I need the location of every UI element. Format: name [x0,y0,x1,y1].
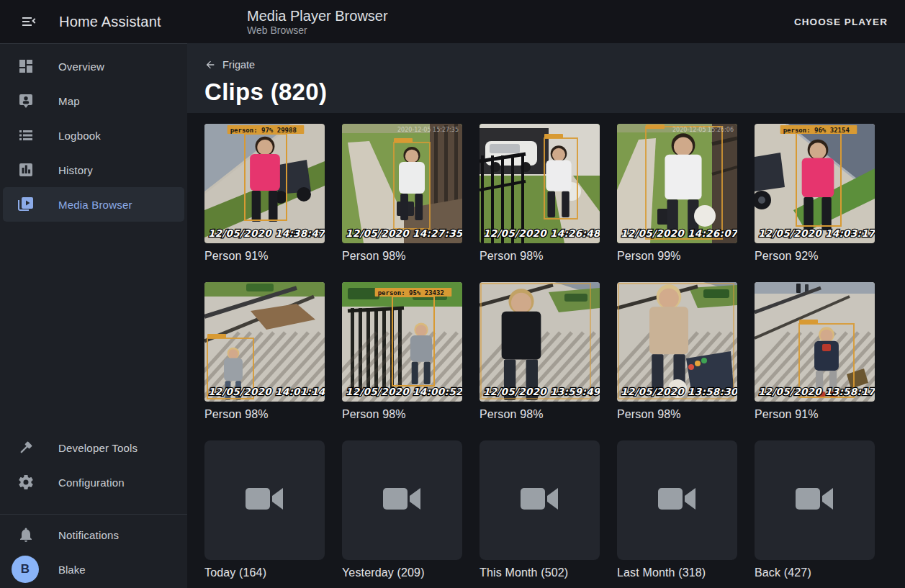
sidebar-item-label: Media Browser [58,199,132,211]
clip-item[interactable]: 2020-12-05 15:27:3512/05/2020 14:27:35Pe… [342,124,462,263]
clip-caption: Person 98% [342,250,462,263]
user-name: Blake [58,564,86,576]
clip-item[interactable]: person: 97% 2998812/05/2020 14:38:47Pers… [204,124,325,263]
sidebar: OverviewMapLogbookHistoryMedia Browser D… [0,43,187,588]
sidebar-item-logbook[interactable]: Logbook [3,118,184,153]
list-icon [17,127,35,144]
svg-text:2020-12-05 15:26:06: 2020-12-05 15:26:06 [672,127,734,133]
svg-text:2020-12-05 15:27:35: 2020-12-05 15:27:35 [397,127,459,133]
sidebar-item-developer-tools[interactable]: Developer Tools [3,430,184,465]
topbar-main-section: Media Player Browser Web Browser CHOOSE … [187,0,905,43]
clip-caption: Person 91% [755,408,875,421]
media-browser-header: Frigate Clips (820) [187,43,905,113]
sidebar-item-map[interactable]: Map [3,83,184,118]
svg-text:12/05/2020 14:27:35: 12/05/2020 14:27:35 [346,227,462,239]
folder-thumbnail [479,440,600,560]
choose-player-button[interactable]: CHOOSE PLAYER [785,9,896,35]
sidebar-item-profile[interactable]: B Blake [3,552,184,587]
gear-icon [17,474,35,491]
page-title-block: Media Player Browser Web Browser [247,7,388,37]
clip-thumbnail: person: 97% 2998812/05/2020 14:38:47 [204,124,325,243]
clip-thumbnail: person: 96% 3215412/05/2020 14:03:17 [755,124,875,243]
svg-text:12/05/2020 14:26:07: 12/05/2020 14:26:07 [621,227,737,239]
clip-thumbnail: 12/05/2020 13:59:49 [479,282,600,402]
sidebar-item-media-browser[interactable]: Media Browser [3,187,184,222]
clip-thumbnail: 12/05/2020 13:58:17 [755,282,875,402]
video-camera-icon [383,484,422,516]
sidebar-item-label: Logbook [58,130,101,142]
bar-chart-icon [17,161,35,178]
clip-caption: Person 98% [342,408,462,421]
folder-item[interactable]: Yesterday (209) [342,440,462,579]
clip-caption: Person 99% [617,250,737,263]
clip-thumbnail: 12/05/2020 14:01:14 [204,282,325,402]
clip-thumbnail: 2020-12-05 15:26:0612/05/2020 14:26:07 [617,124,737,243]
menu-open-icon[interactable] [16,9,42,35]
video-camera-icon [796,484,834,516]
page-title: Media Player Browser [247,7,388,24]
clip-item[interactable]: 12/05/2020 13:59:49Person 98% [479,282,600,421]
folder-caption: Last Month (318) [617,566,737,579]
svg-text:person: 97% 29988: person: 97% 29988 [230,127,297,134]
folder-item[interactable]: This Month (502) [479,440,600,579]
folder-thumbnail [342,440,462,560]
svg-text:12/05/2020 14:26:48: 12/05/2020 14:26:48 [483,227,600,239]
sidebar-item-configuration[interactable]: Configuration [3,465,184,499]
sidebar-item-label: Overview [58,60,104,73]
sidebar-bottom: Developer ToolsConfiguration Notificatio… [0,430,187,588]
sidebar-item-history[interactable]: History [3,153,184,187]
clip-item[interactable]: 12/05/2020 13:58:30Person 98% [617,282,737,421]
clip-item[interactable]: 2020-12-05 15:26:0612/05/2020 14:26:07Pe… [617,124,737,263]
svg-text:12/05/2020 14:03:17: 12/05/2020 14:03:17 [758,227,875,239]
clip-caption: Person 98% [479,250,600,263]
svg-text:12/05/2020 13:58:30: 12/05/2020 13:58:30 [621,386,737,397]
dashboard-icon [17,58,35,75]
clip-thumbnail: 12/05/2020 14:26:48 [479,124,600,243]
clip-item[interactable]: 12/05/2020 13:58:17Person 91% [755,282,875,421]
video-camera-icon [521,484,559,516]
page-heading: Clips (820) [204,78,905,106]
avatar: B [12,556,39,583]
clip-caption: Person 98% [617,408,737,421]
svg-text:person: 95% 23432: person: 95% 23432 [378,289,444,297]
breadcrumb-label: Frigate [222,59,255,71]
clip-item[interactable]: 12/05/2020 14:01:14Person 98% [204,282,325,421]
clip-caption: Person 98% [204,408,325,421]
svg-text:12/05/2020 13:58:17: 12/05/2020 13:58:17 [758,386,875,397]
media-grid: person: 97% 2998812/05/2020 14:38:47Pers… [187,113,905,579]
clip-item[interactable]: person: 96% 3215412/05/2020 14:03:17Pers… [755,124,875,263]
folder-item[interactable]: Last Month (318) [617,440,737,579]
page-subtitle: Web Browser [247,24,388,37]
sidebar-divider [0,514,187,515]
svg-text:12/05/2020 14:00:52: 12/05/2020 14:00:52 [346,386,462,397]
bell-icon [17,526,35,543]
arrow-left-icon [204,59,216,71]
breadcrumb-back-link[interactable]: Frigate [204,59,255,71]
folder-thumbnail [617,440,737,560]
folder-thumbnail [204,440,325,560]
sidebar-item-label: Configuration [58,476,125,489]
folder-item[interactable]: Back (427) [755,440,875,579]
folder-caption: Today (164) [204,566,325,579]
clip-thumbnail: 2020-12-05 15:27:3512/05/2020 14:27:35 [342,124,462,243]
folder-item[interactable]: Today (164) [204,440,325,579]
video-camera-icon [658,484,697,516]
clip-item[interactable]: 12/05/2020 14:26:48Person 98% [479,124,600,263]
app-title: Home Assistant [59,14,161,30]
clip-caption: Person 91% [204,250,325,263]
hammer-icon [17,439,35,456]
folder-thumbnail [755,440,875,560]
clip-thumbnail: person: 95% 2343212/05/2020 14:00:52 [342,282,462,402]
folder-caption: Yesterday (209) [342,566,462,579]
sidebar-nav: OverviewMapLogbookHistoryMedia Browser [0,44,187,222]
topbar-sidebar-section: Home Assistant [0,0,187,43]
sidebar-item-overview[interactable]: Overview [3,49,184,83]
sidebar-item-label: Developer Tools [58,442,138,454]
clip-item[interactable]: person: 95% 2343212/05/2020 14:00:52Pers… [342,282,462,421]
sidebar-item-notifications[interactable]: Notifications [3,517,184,552]
sidebar-item-label: Map [58,95,80,107]
main-content: Frigate Clips (820) person: 97% 2998812/… [187,43,905,588]
svg-text:12/05/2020 14:01:14: 12/05/2020 14:01:14 [208,386,325,397]
media-browser-icon [17,196,35,213]
sidebar-tools: Developer ToolsConfiguration [0,430,187,499]
